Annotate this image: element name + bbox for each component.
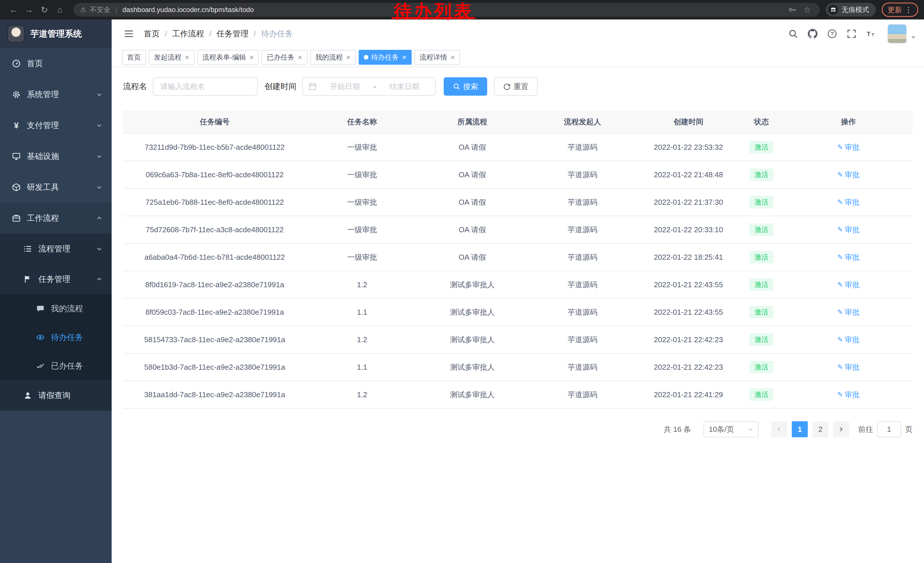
- task-id: 381aa1dd-7ac8-11ec-a9e2-a2380e71991a: [123, 381, 306, 408]
- search-icon: [453, 83, 460, 90]
- tab-start-process[interactable]: 发起流程×: [149, 50, 194, 65]
- incognito-badge: 无痕模式: [825, 3, 876, 17]
- browser-forward-icon[interactable]: →: [21, 2, 37, 18]
- sidebar-item-label: 首页: [27, 58, 43, 69]
- search-button[interactable]: 搜索: [444, 77, 487, 96]
- approve-link[interactable]: ✎审批: [837, 362, 860, 372]
- url-text: dashboard.yudao.iocoder.cn/bpm/task/todo: [123, 6, 254, 14]
- caret-down-icon: [748, 426, 753, 432]
- page-size-select[interactable]: 10条/页: [704, 421, 759, 437]
- browser-menu-icon[interactable]: ⋮: [905, 6, 912, 14]
- page-buttons: 12: [792, 421, 828, 437]
- sidebar-item-payment-management[interactable]: ¥支付管理: [0, 110, 112, 141]
- prev-page-button[interactable]: [771, 421, 787, 437]
- sidebar-item-system-management[interactable]: 系统管理: [0, 79, 112, 110]
- reset-button[interactable]: 重置: [494, 77, 538, 96]
- goto-page-input[interactable]: [877, 421, 901, 437]
- process-name-input[interactable]: [153, 77, 258, 96]
- sidebar-item-done-tasks[interactable]: 已办任务: [0, 352, 112, 380]
- tab-todo-tasks[interactable]: 待办任务×: [358, 50, 412, 65]
- bookmark-star-icon[interactable]: ☆: [801, 5, 813, 15]
- tab-close-icon[interactable]: ×: [450, 54, 455, 61]
- app-logo-row[interactable]: 芋道管理系统: [0, 20, 112, 48]
- tab-my-process[interactable]: 我的流程×: [310, 50, 356, 65]
- sidebar-item-my-process[interactable]: 我的流程: [0, 294, 112, 323]
- approve-link[interactable]: ✎审批: [837, 335, 860, 345]
- breadcrumb-item[interactable]: 首页: [144, 29, 160, 39]
- chevron-up-icon: [96, 276, 102, 282]
- chevron-down-icon: [96, 184, 102, 191]
- task-id: 580e1b3d-7ac8-11ec-a9e2-a2380e71991a: [123, 353, 306, 381]
- svg-text:T: T: [867, 31, 871, 38]
- process-icon: [23, 245, 33, 253]
- approve-link[interactable]: ✎审批: [837, 225, 860, 235]
- caret-down-icon[interactable]: [911, 35, 916, 39]
- tab-close-icon[interactable]: ×: [249, 54, 254, 61]
- process-name: OA 请假: [418, 216, 527, 243]
- sidebar-item-process-management[interactable]: 流程管理: [0, 234, 112, 264]
- sidebar-item-label: 待办任务: [51, 332, 83, 343]
- sidebar-item-label: 基础设施: [27, 151, 59, 162]
- approve-link-label: 审批: [845, 280, 860, 290]
- page-button-1[interactable]: 1: [792, 421, 808, 437]
- action-cell: ✎审批: [784, 161, 912, 188]
- sidebar-item-infrastructure[interactable]: 基础设施: [0, 141, 112, 172]
- created-time: 2022-01-22 18:25:41: [638, 243, 738, 271]
- tab-home[interactable]: 首页: [122, 50, 146, 65]
- tab-done-tasks[interactable]: 已办任务×: [262, 50, 307, 65]
- process-initiator: 芋道源码: [527, 271, 638, 299]
- search-icon[interactable]: [786, 26, 801, 42]
- browser-home-icon[interactable]: ⌂: [52, 2, 68, 18]
- app-logo: [8, 25, 25, 42]
- tab-close-icon[interactable]: ×: [185, 54, 189, 61]
- approve-link[interactable]: ✎审批: [837, 390, 860, 400]
- sidebar-item-workflow[interactable]: 工作流程: [0, 203, 112, 234]
- browser-update-button[interactable]: 更新 ⋮: [882, 3, 918, 17]
- approve-link[interactable]: ✎审批: [837, 252, 860, 262]
- approve-link[interactable]: ✎审批: [837, 170, 860, 180]
- page-button-2[interactable]: 2: [812, 421, 828, 437]
- sidebar-item-dev-tools[interactable]: 研发工具: [0, 172, 112, 203]
- approve-link[interactable]: ✎审批: [837, 142, 860, 152]
- help-icon[interactable]: ?: [824, 26, 840, 42]
- approve-link-label: 审批: [845, 197, 860, 207]
- tab-process-detail[interactable]: 流程详情×: [414, 50, 460, 65]
- page-unit-label: 页: [905, 424, 912, 434]
- incognito-label: 无痕模式: [842, 5, 869, 14]
- tab-close-icon[interactable]: ×: [402, 54, 406, 61]
- edit-icon: ✎: [837, 226, 843, 233]
- fullscreen-icon[interactable]: [844, 26, 859, 42]
- github-icon[interactable]: [805, 26, 820, 42]
- sidebar-item-leave-query[interactable]: 请假查询: [0, 380, 112, 411]
- approve-link[interactable]: ✎审批: [837, 307, 860, 317]
- tab-close-icon[interactable]: ×: [346, 54, 351, 61]
- approve-link-label: 审批: [845, 362, 860, 372]
- approve-link[interactable]: ✎审批: [837, 280, 860, 290]
- breadcrumb-item[interactable]: 任务管理: [216, 29, 249, 39]
- table-body: 73211d9d-7b9b-11ec-b5b7-acde48001122一级审批…: [123, 134, 912, 408]
- edit-icon: ✎: [837, 391, 843, 398]
- sidebar-item-task-management[interactable]: 任务管理: [0, 264, 112, 294]
- breadcrumb-item[interactable]: 工作流程: [172, 29, 204, 39]
- font-size-icon[interactable]: TT: [863, 26, 879, 42]
- app-body: 芋道管理系统 首页系统管理¥支付管理基础设施研发工具工作流程流程管理任务管理我的…: [0, 20, 924, 563]
- key-icon[interactable]: [787, 6, 798, 14]
- gear-icon: [12, 90, 21, 99]
- status-cell: 激活: [738, 299, 784, 326]
- sidebar-item-todo-tasks[interactable]: 待办任务: [0, 323, 112, 352]
- browser-back-icon[interactable]: ←: [6, 2, 21, 18]
- tab-close-icon[interactable]: ×: [298, 54, 302, 61]
- user-avatar[interactable]: [887, 24, 907, 44]
- security-chip[interactable]: 不安全: [90, 5, 111, 14]
- created-time: 2022-01-22 21:48:48: [638, 161, 738, 188]
- browser-reload-icon[interactable]: ↻: [37, 2, 52, 18]
- approve-link[interactable]: ✎审批: [837, 197, 860, 207]
- filter-bar: 流程名 创建时间 开始日期 - 结束日期 搜索 重: [123, 77, 912, 96]
- next-page-button[interactable]: [833, 421, 849, 437]
- pagination: 共 16 条 10条/页 12 前往 页: [123, 421, 912, 437]
- tab-process-form-edit[interactable]: 流程表单-编辑×: [197, 50, 259, 65]
- sidebar-item-home[interactable]: 首页: [0, 48, 112, 79]
- sidebar-collapse-button[interactable]: [122, 27, 136, 41]
- create-time-range-picker[interactable]: 开始日期 - 结束日期: [302, 77, 436, 96]
- main-panel: 首页/工作流程/任务管理/待办任务 ? TT 首页发起流程×流程表单-编辑×已办…: [112, 20, 924, 563]
